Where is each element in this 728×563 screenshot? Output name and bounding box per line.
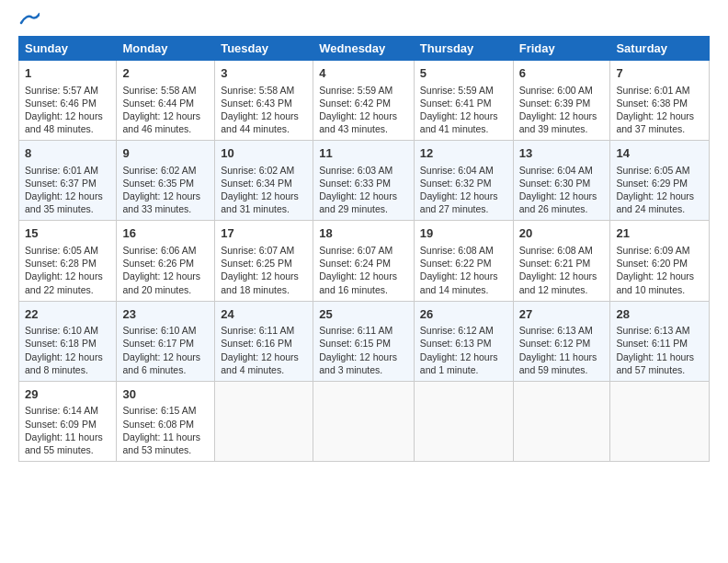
day-info: Sunrise: 5:57 AMSunset: 6:46 PMDaylight:… — [25, 85, 103, 135]
calendar-cell: 2Sunrise: 5:58 AMSunset: 6:44 PMDaylight… — [117, 61, 215, 141]
day-info: Sunrise: 6:08 AMSunset: 6:22 PMDaylight:… — [420, 245, 498, 295]
calendar-header-thursday: Thursday — [414, 37, 513, 61]
day-number: 28 — [616, 306, 703, 323]
calendar-cell: 15Sunrise: 6:05 AMSunset: 6:28 PMDayligh… — [19, 221, 117, 301]
calendar-cell: 28Sunrise: 6:13 AMSunset: 6:11 PMDayligh… — [610, 301, 710, 381]
logo-bird-icon — [19, 12, 40, 27]
day-info: Sunrise: 5:59 AMSunset: 6:41 PMDaylight:… — [420, 85, 498, 135]
calendar-week-2: 8Sunrise: 6:01 AMSunset: 6:37 PMDaylight… — [19, 141, 710, 221]
calendar-cell: 23Sunrise: 6:10 AMSunset: 6:17 PMDayligh… — [117, 301, 215, 381]
calendar-cell: 18Sunrise: 6:07 AMSunset: 6:24 PMDayligh… — [313, 221, 415, 301]
day-info: Sunrise: 6:13 AMSunset: 6:12 PMDaylight:… — [519, 325, 597, 375]
calendar-week-1: 1Sunrise: 5:57 AMSunset: 6:46 PMDaylight… — [19, 61, 710, 141]
calendar-cell: 25Sunrise: 6:11 AMSunset: 6:15 PMDayligh… — [313, 301, 415, 381]
day-info: Sunrise: 6:13 AMSunset: 6:11 PMDaylight:… — [616, 325, 694, 375]
day-info: Sunrise: 6:03 AMSunset: 6:33 PMDaylight:… — [319, 165, 397, 215]
day-info: Sunrise: 6:04 AMSunset: 6:32 PMDaylight:… — [420, 165, 498, 215]
day-info: Sunrise: 6:05 AMSunset: 6:29 PMDaylight:… — [616, 165, 694, 215]
calendar-cell: 5Sunrise: 5:59 AMSunset: 6:41 PMDaylight… — [414, 61, 513, 141]
calendar-cell — [513, 381, 610, 461]
day-number: 9 — [122, 145, 209, 162]
calendar-cell: 17Sunrise: 6:07 AMSunset: 6:25 PMDayligh… — [215, 221, 313, 301]
calendar-week-3: 15Sunrise: 6:05 AMSunset: 6:28 PMDayligh… — [19, 221, 710, 301]
day-number: 29 — [25, 386, 110, 403]
calendar-header-monday: Monday — [117, 37, 215, 61]
day-number: 8 — [25, 145, 110, 162]
day-info: Sunrise: 6:02 AMSunset: 6:34 PMDaylight:… — [221, 165, 299, 215]
day-info: Sunrise: 5:59 AMSunset: 6:42 PMDaylight:… — [319, 85, 397, 135]
day-info: Sunrise: 6:10 AMSunset: 6:17 PMDaylight:… — [122, 325, 200, 375]
day-info: Sunrise: 6:08 AMSunset: 6:21 PMDaylight:… — [519, 245, 597, 295]
calendar-cell: 19Sunrise: 6:08 AMSunset: 6:22 PMDayligh… — [414, 221, 513, 301]
day-number: 15 — [25, 225, 110, 242]
day-info: Sunrise: 6:05 AMSunset: 6:28 PMDaylight:… — [25, 245, 103, 295]
day-info: Sunrise: 6:11 AMSunset: 6:15 PMDaylight:… — [319, 325, 397, 375]
calendar-cell: 30Sunrise: 6:15 AMSunset: 6:08 PMDayligh… — [117, 381, 215, 461]
day-info: Sunrise: 6:06 AMSunset: 6:26 PMDaylight:… — [122, 245, 200, 295]
calendar-cell: 26Sunrise: 6:12 AMSunset: 6:13 PMDayligh… — [414, 301, 513, 381]
calendar-cell: 21Sunrise: 6:09 AMSunset: 6:20 PMDayligh… — [610, 221, 710, 301]
calendar-cell: 11Sunrise: 6:03 AMSunset: 6:33 PMDayligh… — [313, 141, 415, 221]
day-number: 21 — [616, 225, 703, 242]
day-info: Sunrise: 5:58 AMSunset: 6:44 PMDaylight:… — [122, 85, 200, 135]
day-info: Sunrise: 6:07 AMSunset: 6:25 PMDaylight:… — [221, 245, 299, 295]
calendar-week-4: 22Sunrise: 6:10 AMSunset: 6:18 PMDayligh… — [19, 301, 710, 381]
day-info: Sunrise: 6:04 AMSunset: 6:30 PMDaylight:… — [519, 165, 597, 215]
day-number: 14 — [616, 145, 703, 162]
day-info: Sunrise: 6:00 AMSunset: 6:39 PMDaylight:… — [519, 85, 597, 135]
calendar-header-friday: Friday — [513, 37, 610, 61]
calendar-header-saturday: Saturday — [610, 37, 710, 61]
day-info: Sunrise: 6:15 AMSunset: 6:08 PMDaylight:… — [122, 405, 200, 455]
calendar-cell: 3Sunrise: 5:58 AMSunset: 6:43 PMDaylight… — [215, 61, 313, 141]
calendar-cell: 8Sunrise: 6:01 AMSunset: 6:37 PMDaylight… — [19, 141, 117, 221]
calendar-table: SundayMondayTuesdayWednesdayThursdayFrid… — [18, 36, 710, 462]
calendar-header-wednesday: Wednesday — [313, 37, 415, 61]
day-number: 24 — [221, 306, 307, 323]
calendar-cell: 1Sunrise: 5:57 AMSunset: 6:46 PMDaylight… — [19, 61, 117, 141]
day-info: Sunrise: 6:02 AMSunset: 6:35 PMDaylight:… — [122, 165, 200, 215]
day-info: Sunrise: 6:01 AMSunset: 6:38 PMDaylight:… — [616, 85, 694, 135]
calendar-cell: 20Sunrise: 6:08 AMSunset: 6:21 PMDayligh… — [513, 221, 610, 301]
day-number: 30 — [122, 386, 209, 403]
calendar-cell: 6Sunrise: 6:00 AMSunset: 6:39 PMDaylight… — [513, 61, 610, 141]
calendar-cell — [215, 381, 313, 461]
day-info: Sunrise: 6:14 AMSunset: 6:09 PMDaylight:… — [25, 405, 103, 455]
calendar-cell — [610, 381, 710, 461]
calendar-cell: 9Sunrise: 6:02 AMSunset: 6:35 PMDaylight… — [117, 141, 215, 221]
day-number: 25 — [319, 306, 408, 323]
day-number: 5 — [420, 65, 507, 82]
calendar-cell: 4Sunrise: 5:59 AMSunset: 6:42 PMDaylight… — [313, 61, 415, 141]
day-number: 20 — [519, 225, 605, 242]
calendar-header-tuesday: Tuesday — [215, 37, 313, 61]
day-number: 19 — [420, 225, 507, 242]
calendar-cell: 10Sunrise: 6:02 AMSunset: 6:34 PMDayligh… — [215, 141, 313, 221]
day-number: 26 — [420, 306, 507, 323]
day-number: 4 — [319, 65, 408, 82]
day-number: 11 — [319, 145, 408, 162]
day-info: Sunrise: 6:12 AMSunset: 6:13 PMDaylight:… — [420, 325, 498, 375]
day-number: 18 — [319, 225, 408, 242]
day-number: 10 — [221, 145, 307, 162]
day-info: Sunrise: 6:09 AMSunset: 6:20 PMDaylight:… — [616, 245, 694, 295]
calendar-cell: 7Sunrise: 6:01 AMSunset: 6:38 PMDaylight… — [610, 61, 710, 141]
day-info: Sunrise: 6:01 AMSunset: 6:37 PMDaylight:… — [25, 165, 103, 215]
calendar-cell: 24Sunrise: 6:11 AMSunset: 6:16 PMDayligh… — [215, 301, 313, 381]
day-number: 16 — [122, 225, 209, 242]
calendar-cell: 12Sunrise: 6:04 AMSunset: 6:32 PMDayligh… — [414, 141, 513, 221]
day-number: 2 — [122, 65, 209, 82]
day-number: 6 — [519, 65, 605, 82]
header — [18, 14, 710, 27]
day-info: Sunrise: 6:10 AMSunset: 6:18 PMDaylight:… — [25, 325, 103, 375]
day-number: 12 — [420, 145, 507, 162]
day-info: Sunrise: 6:07 AMSunset: 6:24 PMDaylight:… — [319, 245, 397, 295]
day-number: 13 — [519, 145, 605, 162]
logo — [18, 14, 40, 27]
calendar-cell — [414, 381, 513, 461]
calendar-cell — [313, 381, 415, 461]
calendar-cell: 13Sunrise: 6:04 AMSunset: 6:30 PMDayligh… — [513, 141, 610, 221]
calendar-cell: 27Sunrise: 6:13 AMSunset: 6:12 PMDayligh… — [513, 301, 610, 381]
calendar-cell: 16Sunrise: 6:06 AMSunset: 6:26 PMDayligh… — [117, 221, 215, 301]
calendar-header-sunday: Sunday — [19, 37, 117, 61]
calendar-cell: 29Sunrise: 6:14 AMSunset: 6:09 PMDayligh… — [19, 381, 117, 461]
day-number: 23 — [122, 306, 209, 323]
